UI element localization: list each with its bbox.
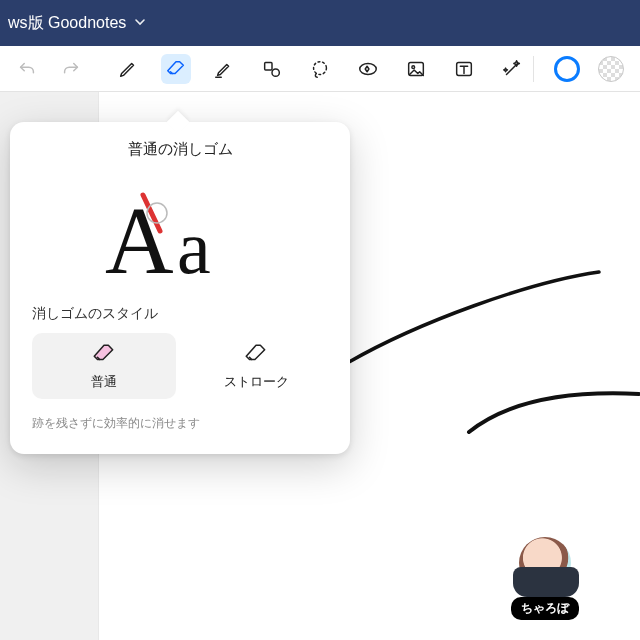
eraser-tool[interactable] (161, 54, 191, 84)
shapes-tool[interactable] (257, 54, 287, 84)
eraser-style-normal-label: 普通 (91, 373, 117, 391)
magic-tool[interactable] (497, 54, 527, 84)
redo-button[interactable] (56, 54, 86, 84)
stamp-tool[interactable] (353, 54, 383, 84)
color-swatch-blue[interactable] (554, 56, 580, 82)
avatar: ちゃろぼ (500, 537, 590, 620)
svg-point-5 (412, 65, 415, 68)
avatar-image (519, 537, 571, 589)
eraser-style-stroke-label: ストローク (224, 373, 289, 391)
popover-hint: 跡を残さずに効率的に消せます (32, 415, 328, 432)
highlighter-tool[interactable] (209, 54, 239, 84)
eraser-preview: A a (32, 183, 328, 293)
svg-point-1 (272, 69, 279, 76)
titlebar: ws版 Goodnotes (0, 0, 640, 46)
avatar-name: ちゃろぼ (511, 597, 579, 620)
style-section-label: 消しゴムのスタイル (32, 305, 328, 323)
undo-button[interactable] (12, 54, 42, 84)
svg-text:A: A (105, 188, 174, 293)
svg-rect-0 (265, 62, 272, 69)
toolbar (0, 46, 640, 92)
eraser-style-normal[interactable]: 普通 (32, 333, 176, 399)
svg-point-2 (314, 61, 327, 74)
pen-tool[interactable] (113, 54, 143, 84)
text-tool[interactable] (449, 54, 479, 84)
eraser-style-stroke[interactable]: ストローク (184, 333, 328, 399)
popover-title: 普通の消しゴム (32, 140, 328, 159)
app-title: ws版 Goodnotes (8, 13, 126, 34)
canvas-area: ちゃろぼ 普通の消しゴム A a 消しゴムのスタイル 普通 ストローク 跡を残さ… (0, 92, 640, 640)
color-swatch-transparent[interactable] (598, 56, 624, 82)
svg-text:a: a (177, 205, 211, 289)
eraser-popover: 普通の消しゴム A a 消しゴムのスタイル 普通 ストローク 跡を残さずに効率的… (10, 122, 350, 454)
svg-point-3 (360, 63, 377, 74)
lasso-tool[interactable] (305, 54, 335, 84)
chevron-down-icon[interactable] (134, 14, 146, 32)
image-tool[interactable] (401, 54, 431, 84)
